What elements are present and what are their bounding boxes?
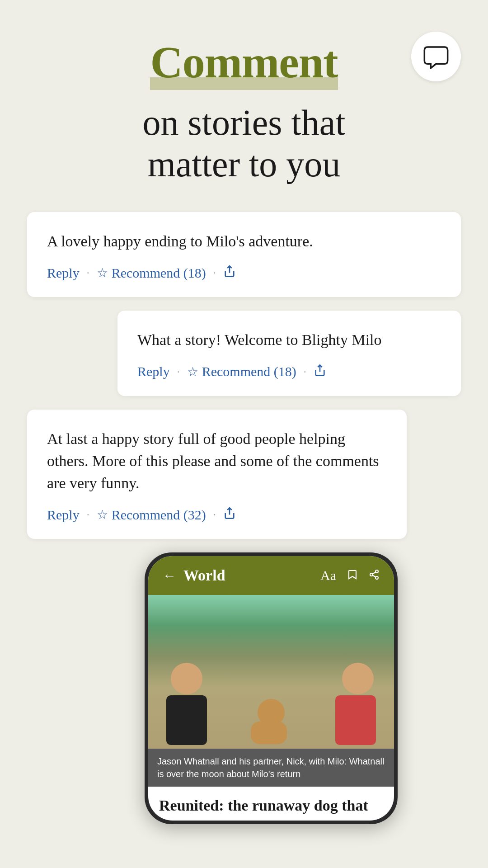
phone-device: ← World Aa — [145, 552, 398, 824]
photo-person1 — [166, 663, 211, 744]
comment-card-3: At last a happy story full of good peopl… — [27, 410, 407, 539]
back-arrow-icon[interactable]: ← — [163, 568, 176, 583]
phone-nav-bar: ← World Aa — [148, 556, 394, 595]
phone-mockup-area: ← World Aa — [0, 552, 488, 824]
separator: · — [177, 366, 180, 378]
comment-actions-1: Reply · ☆ Recommend (18) · — [47, 265, 441, 281]
article-caption: Jason Whatnall and his partner, Nick, wi… — [157, 755, 385, 780]
header-area: Comment on stories thatmatter to you — [0, 18, 488, 194]
comment-title-wrapper: Comment — [150, 36, 338, 88]
separator: · — [87, 267, 89, 279]
recommend-action-1: ☆ Recommend (18) — [97, 265, 206, 281]
recommend-action-2: ☆ Recommend (18) — [187, 364, 296, 379]
comment-actions-2: Reply · ☆ Recommend (18) · — [137, 364, 441, 380]
comment-actions-3: Reply · ☆ Recommend (32) · — [47, 507, 387, 523]
comment-card-2: What a story! Welcome to Blighty Milo Re… — [117, 311, 461, 396]
article-photo — [148, 595, 394, 749]
phone-nav-left: ← World — [163, 567, 225, 584]
recommend-button-1[interactable]: Recommend (18) — [112, 265, 206, 281]
share-button-3[interactable] — [223, 507, 236, 523]
share-nav-icon[interactable] — [369, 568, 380, 583]
chat-bubble-button[interactable] — [411, 32, 461, 81]
recommend-action-3: ☆ Recommend (32) — [97, 507, 206, 523]
star-icon-2: ☆ — [187, 364, 198, 379]
article-image — [148, 595, 394, 749]
separator: · — [213, 509, 216, 521]
svg-point-1 — [370, 573, 373, 576]
share-button-2[interactable] — [314, 364, 326, 380]
font-size-icon[interactable]: Aa — [320, 568, 336, 583]
comments-section: A lovely happy ending to Milo's adventur… — [0, 194, 488, 539]
recommend-button-2[interactable]: Recommend (18) — [202, 364, 296, 379]
chat-bubble-icon — [423, 44, 449, 69]
svg-point-2 — [375, 576, 378, 579]
reply-button-2[interactable]: Reply — [137, 364, 170, 379]
bookmark-icon[interactable] — [347, 568, 358, 583]
phone-nav-right: Aa — [320, 568, 380, 583]
separator: · — [87, 509, 89, 521]
photo-person2 — [335, 663, 380, 744]
reply-button-3[interactable]: Reply — [47, 507, 80, 523]
page-subtitle: on stories thatmatter to you — [27, 102, 461, 185]
share-icon-2 — [314, 364, 326, 377]
svg-point-0 — [375, 570, 378, 573]
reply-button-1[interactable]: Reply — [47, 265, 80, 281]
article-headline: Reunited: the runaway dog that — [148, 787, 394, 820]
phone-screen: ← World Aa — [148, 556, 394, 820]
comment-text-3: At last a happy story full of good peopl… — [47, 428, 387, 495]
comment-text-1: A lovely happy ending to Milo's adventur… — [47, 230, 441, 252]
caption-bar: Jason Whatnall and his partner, Nick, wi… — [148, 749, 394, 787]
svg-line-4 — [373, 572, 376, 574]
phone-nav-title: World — [183, 567, 225, 584]
svg-line-3 — [373, 576, 376, 577]
separator: · — [304, 366, 306, 378]
star-icon-1: ☆ — [97, 265, 108, 280]
separator: · — [213, 267, 216, 279]
comment-text-2: What a story! Welcome to Blighty Milo — [137, 329, 441, 351]
share-icon-1 — [223, 265, 236, 278]
star-icon-3: ☆ — [97, 507, 108, 522]
page-title: Comment — [150, 36, 338, 88]
comment-card-1: A lovely happy ending to Milo's adventur… — [27, 212, 461, 297]
share-icon-3 — [223, 507, 236, 519]
share-button-1[interactable] — [223, 265, 236, 281]
page-container: Comment on stories thatmatter to you A l… — [0, 0, 488, 868]
photo-dog — [251, 699, 291, 744]
recommend-button-3[interactable]: Recommend (32) — [112, 507, 206, 523]
